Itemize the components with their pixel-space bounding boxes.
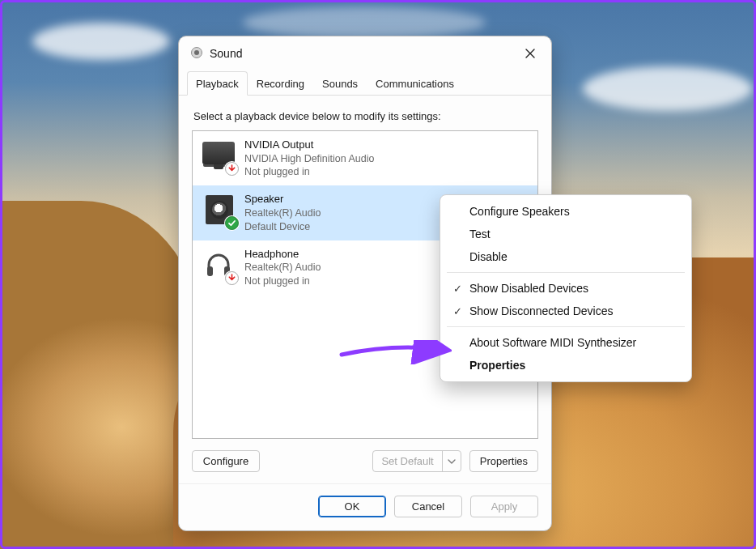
- decoration: [243, 6, 486, 39]
- dialog-title: Sound: [210, 47, 242, 60]
- device-status: Not plugged in: [244, 165, 375, 179]
- speaker-icon: [190, 46, 203, 62]
- not-plugged-badge-icon: [225, 271, 239, 285]
- device-nvidia-output[interactable]: NVIDIA Output NVIDIA High Definition Aud…: [193, 131, 537, 185]
- device-title: Speaker: [244, 192, 321, 206]
- tab-strip: Playback Recording Sounds Communications: [179, 70, 551, 96]
- chevron-down-icon[interactable]: [443, 451, 461, 471]
- monitor-icon: [201, 138, 236, 173]
- cancel-button[interactable]: Cancel: [394, 496, 462, 517]
- dialog-buttons: OK Cancel Apply: [179, 483, 551, 530]
- device-status: Not plugged in: [244, 274, 321, 288]
- check-icon: ✓: [448, 283, 466, 295]
- decoration: [0, 201, 202, 549]
- tab-recording[interactable]: Recording: [248, 71, 313, 96]
- menu-item-about-midi[interactable]: About Software MIDI Synthesizer: [440, 331, 691, 354]
- device-title: Headphone: [244, 247, 321, 262]
- menu-separator: [447, 272, 685, 273]
- menu-item-properties[interactable]: Properties: [440, 354, 691, 377]
- decoration: [583, 66, 753, 111]
- device-driver: Realtek(R) Audio: [244, 206, 321, 220]
- menu-item-show-disabled[interactable]: ✓Show Disabled Devices: [440, 277, 691, 300]
- device-status: Default Device: [244, 220, 321, 234]
- menu-item-show-disconnected[interactable]: ✓Show Disconnected Devices: [440, 300, 691, 322]
- tab-communications[interactable]: Communications: [367, 71, 463, 96]
- svg-rect-2: [207, 266, 213, 276]
- menu-item-configure-speakers[interactable]: Configure Speakers: [440, 200, 691, 223]
- decoration: [32, 23, 170, 60]
- svg-point-1: [194, 50, 199, 55]
- device-title: NVIDIA Output: [244, 138, 375, 152]
- menu-separator: [447, 326, 685, 327]
- menu-item-test[interactable]: Test: [440, 223, 691, 245]
- device-driver: Realtek(R) Audio: [244, 261, 321, 274]
- tab-playback[interactable]: Playback: [187, 71, 248, 96]
- apply-button[interactable]: Apply: [470, 496, 538, 517]
- default-device-badge-icon: [225, 216, 239, 230]
- headphone-icon: [201, 247, 236, 283]
- set-default-button[interactable]: Set Default: [372, 450, 461, 472]
- device-driver: NVIDIA High Definition Audio: [244, 152, 375, 166]
- not-plugged-badge-icon: [225, 162, 239, 176]
- list-buttons: Configure Set Default Properties: [192, 450, 538, 472]
- configure-button[interactable]: Configure: [192, 450, 260, 472]
- menu-item-disable[interactable]: Disable: [440, 245, 691, 268]
- hint-text: Select a playback device below to modify…: [193, 110, 537, 122]
- check-icon: ✓: [448, 305, 466, 317]
- titlebar: Sound: [179, 36, 551, 69]
- device-context-menu: Configure Speakers Test Disable ✓Show Di…: [440, 194, 692, 382]
- speaker-device-icon: [201, 192, 236, 228]
- close-icon: [525, 49, 535, 58]
- ok-button[interactable]: OK: [318, 496, 386, 517]
- properties-button[interactable]: Properties: [469, 450, 538, 472]
- close-button[interactable]: [519, 45, 542, 62]
- tab-sounds[interactable]: Sounds: [313, 71, 367, 96]
